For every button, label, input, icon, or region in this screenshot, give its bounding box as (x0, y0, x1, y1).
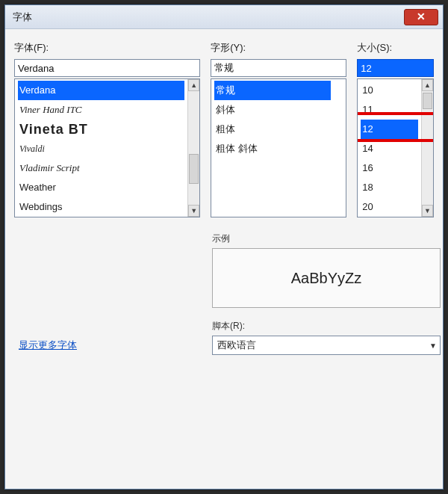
scroll-thumb[interactable] (423, 93, 432, 109)
size-list-item[interactable]: 16 (361, 158, 418, 178)
scroll-down-icon[interactable]: ▼ (188, 205, 199, 217)
font-column: 字体(F): VerdanaViner Hand ITCVineta BTViv… (14, 41, 200, 217)
font-list-item[interactable]: Webdings (18, 197, 184, 217)
size-listbox[interactable]: 10111214161820 ▲ ▼ (357, 78, 434, 217)
titlebar: 字体 ✕ (5, 5, 443, 29)
close-icon: ✕ (417, 10, 426, 22)
scroll-down-icon[interactable]: ▼ (422, 205, 433, 217)
script-label: 脚本(R): (212, 320, 441, 333)
font-list-item[interactable]: Vineta BT (18, 120, 184, 139)
style-label: 字形(Y): (211, 41, 346, 55)
style-input[interactable] (211, 59, 346, 77)
scroll-up-icon[interactable]: ▲ (422, 79, 433, 91)
preview-text: AaBbYyZz (291, 270, 361, 287)
font-label: 字体(F): (14, 41, 200, 55)
font-list-item[interactable]: Vivaldi (18, 139, 184, 158)
preview-section: 示例 AaBbYyZz (212, 232, 441, 308)
font-listbox[interactable]: VerdanaViner Hand ITCVineta BTVivaldiVla… (14, 78, 200, 217)
size-column: 大小(S): 10111214161820 ▲ ▼ (357, 41, 434, 217)
script-section: 脚本(R): 西欧语言 ▼ (212, 320, 441, 355)
dialog-title: 字体 (13, 10, 32, 24)
dialog-content: 字体(F): VerdanaViner Hand ITCVineta BTViv… (5, 29, 443, 362)
size-input[interactable] (357, 59, 434, 77)
font-list-item[interactable]: Weather (18, 178, 184, 197)
chevron-down-icon: ▼ (429, 342, 437, 350)
font-list-item[interactable]: Vladimir Script (18, 158, 184, 178)
columns: 字体(F): VerdanaViner Hand ITCVineta BTViv… (14, 41, 434, 217)
preview-box: AaBbYyZz (212, 248, 441, 308)
size-scrollbar[interactable]: ▲ ▼ (421, 79, 433, 217)
font-list-item[interactable]: Verdana (18, 81, 184, 100)
scroll-thumb[interactable] (189, 154, 199, 184)
style-list-item[interactable]: 粗体 (214, 120, 331, 139)
style-listbox[interactable]: 常规斜体粗体粗体 斜体 (211, 78, 346, 217)
style-list-item[interactable]: 常规 (214, 81, 331, 100)
close-button[interactable]: ✕ (404, 9, 438, 25)
size-list-item[interactable]: 11 (361, 100, 418, 120)
font-scrollbar[interactable]: ▲ ▼ (187, 79, 199, 217)
size-list-item[interactable]: 20 (361, 197, 418, 217)
font-list-item[interactable]: Viner Hand ITC (18, 100, 184, 120)
more-fonts-link[interactable]: 显示更多字体 (19, 339, 77, 352)
script-value: 西欧语言 (217, 339, 256, 352)
style-list-item[interactable]: 斜体 (214, 100, 331, 120)
script-combobox[interactable]: 西欧语言 ▼ (212, 336, 441, 355)
size-list-item[interactable]: 10 (361, 81, 418, 100)
preview-label: 示例 (212, 232, 441, 245)
style-column: 字形(Y): 常规斜体粗体粗体 斜体 (211, 41, 346, 217)
size-label: 大小(S): (357, 41, 434, 55)
size-list-item[interactable]: 14 (361, 139, 418, 158)
font-input[interactable] (14, 59, 200, 77)
style-list-item[interactable]: 粗体 斜体 (214, 139, 331, 158)
scroll-up-icon[interactable]: ▲ (188, 79, 199, 91)
size-list-item[interactable]: 18 (361, 178, 418, 197)
font-dialog: 字体 ✕ 字体(F): VerdanaViner Hand ITCVineta … (4, 4, 444, 490)
size-list-item[interactable]: 12 (361, 120, 418, 139)
